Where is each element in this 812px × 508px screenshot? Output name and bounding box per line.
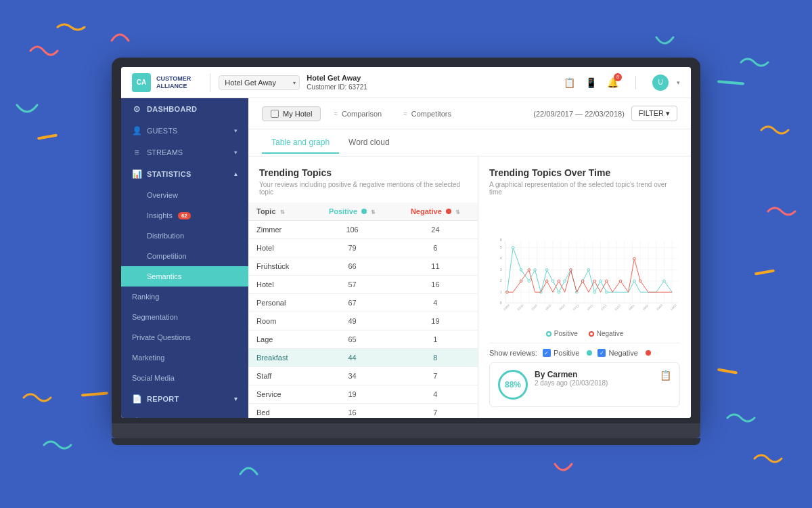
sidebar-item-overview[interactable]: Overview xyxy=(121,185,248,205)
sidebar-item-guests[interactable]: 👤 GUESTS ▾ xyxy=(121,120,248,142)
positive-cell: 67 xyxy=(311,294,392,312)
sidebar-item-label: TARGETS xyxy=(147,417,183,418)
negative-cell: 1 xyxy=(393,331,478,349)
laptop-foot xyxy=(112,438,700,445)
svg-text:30/10: 30/10 xyxy=(558,303,566,311)
negative-checkbox[interactable]: ✓ xyxy=(597,349,606,357)
svg-text:0: 0 xyxy=(500,301,502,305)
sub-tab-table-graph[interactable]: Table and graph xyxy=(262,132,339,154)
hotel-select[interactable]: Hotel Get Away xyxy=(219,75,300,90)
header-actions: 📋 📱 🔔 U ▾ xyxy=(562,75,680,91)
tab-label: Comparison xyxy=(342,110,382,118)
document-icon[interactable]: 📋 xyxy=(562,76,576,89)
svg-text:18/10: 18/10 xyxy=(545,303,552,311)
main-panels: Trending Topics Your reviews including p… xyxy=(248,156,691,418)
col-negative[interactable]: Negative ⇅ xyxy=(393,203,478,221)
sidebar-item-social-media[interactable]: Social Media xyxy=(121,368,248,388)
col-topic[interactable]: Topic ⇅ xyxy=(248,203,311,221)
notification-icon[interactable]: 🔔 xyxy=(606,76,619,89)
table-row[interactable]: Bed167 xyxy=(248,404,478,419)
positive-checkbox[interactable]: ✓ xyxy=(543,349,551,357)
sidebar-item-segmentation[interactable]: Segmentation xyxy=(121,307,248,327)
app-header: CA CUSTOMER ALLIANCE Hotel Get Away ▾ Ho… xyxy=(121,67,691,98)
sidebar: ⊙ DASHBOARD 👤 GUESTS ▾ ≡ STREAMS ▾ 📊 xyxy=(121,98,248,418)
sidebar-item-label: Semantics xyxy=(147,272,181,280)
date-filter: (22/09/2017 — 22/03/2018) FILTER ▾ xyxy=(533,106,677,121)
tab-comparison[interactable]: ≈ Comparison xyxy=(325,106,390,121)
col-positive[interactable]: Positive ⇅ xyxy=(311,203,392,221)
hotel-info: Hotel Get Away Customer ID: 63721 xyxy=(307,73,367,91)
svg-text:6: 6 xyxy=(500,238,502,242)
table-row[interactable]: Service194 xyxy=(248,385,478,404)
table-row[interactable]: Hotel796 xyxy=(248,239,478,257)
sidebar-item-report[interactable]: 📄 REPORT ▾ xyxy=(121,388,248,410)
negative-cell: 4 xyxy=(393,385,478,404)
svg-point-59 xyxy=(570,269,572,272)
sidebar-item-label: STATISTICS xyxy=(147,170,191,178)
user-avatar[interactable]: U xyxy=(652,75,669,91)
filter-button[interactable]: FILTER ▾ xyxy=(631,106,677,121)
sidebar-item-targets[interactable]: ⊙ TARGETS xyxy=(121,410,248,418)
sub-tab-label: Word cloud xyxy=(348,137,389,147)
table-panel: Trending Topics Your reviews including p… xyxy=(248,156,478,418)
table-row[interactable]: Personal674 xyxy=(248,294,478,312)
date-range-label: (22/09/2017 — 22/03/2018) xyxy=(533,110,625,118)
negative-cell: 4 xyxy=(393,294,478,312)
positive-checkbox-label[interactable]: ✓ Positive xyxy=(543,349,580,357)
positive-dot xyxy=(587,350,592,356)
streams-icon: ≡ xyxy=(132,148,141,157)
svg-text:01/12: 01/12 xyxy=(614,303,621,311)
hotel-select-wrapper[interactable]: Hotel Get Away ▾ xyxy=(219,75,300,90)
sidebar-item-streams[interactable]: ≡ STREAMS ▾ xyxy=(121,142,248,163)
sidebar-item-insights[interactable]: Insights 62 xyxy=(121,205,248,226)
svg-point-48 xyxy=(587,269,590,272)
negative-checkbox-label[interactable]: ✓ Negative xyxy=(597,349,637,357)
sidebar-item-label: Insights xyxy=(147,211,173,219)
table-row[interactable]: Lage651 xyxy=(248,331,478,349)
negative-legend-dot xyxy=(589,331,594,337)
tab-my-hotel[interactable]: My Hotel xyxy=(262,106,321,121)
sidebar-item-marketing[interactable]: Marketing xyxy=(121,347,248,368)
topic-cell: Bed xyxy=(248,404,311,419)
topic-cell: Room xyxy=(248,312,311,331)
svg-point-51 xyxy=(606,291,608,294)
table-row[interactable]: Room4919 xyxy=(248,312,478,331)
customer-id: Customer ID: 63721 xyxy=(307,83,367,91)
sidebar-item-distribution[interactable]: Distribution xyxy=(121,226,248,246)
sidebar-item-statistics[interactable]: 📊 STATISTICS ▴ xyxy=(121,163,248,185)
svg-text:23/11: 23/11 xyxy=(600,303,608,311)
svg-point-53 xyxy=(663,280,666,282)
sidebar-item-private-questions[interactable]: Private Questions xyxy=(121,327,248,347)
table-row[interactable]: Zimmer10624 xyxy=(248,221,478,239)
graph-panel: Trending Topics Over Time A graphical re… xyxy=(478,156,691,418)
legend-positive: Positive xyxy=(546,330,578,337)
positive-cell: 34 xyxy=(311,367,392,385)
table-row[interactable]: Breakfast448 xyxy=(248,349,478,367)
chart-legend: Positive Negative xyxy=(489,330,680,337)
table-row[interactable]: Staff347 xyxy=(248,367,478,385)
phone-icon[interactable]: 📱 xyxy=(584,76,597,89)
sidebar-item-label: REPORT xyxy=(147,395,179,403)
svg-point-62 xyxy=(606,280,608,282)
table-row[interactable]: Frühstück6611 xyxy=(248,257,478,276)
hotel-name: Hotel Get Away xyxy=(307,73,367,83)
svg-point-41 xyxy=(545,269,548,272)
sidebar-item-ranking[interactable]: Ranking xyxy=(121,287,248,307)
sidebar-item-semantics[interactable]: Semantics xyxy=(121,266,248,287)
tab-competitors[interactable]: ≈ Competitors xyxy=(394,106,460,121)
avatar-dropdown-arrow[interactable]: ▾ xyxy=(677,79,680,86)
sidebar-item-competition[interactable]: Competition xyxy=(121,246,248,266)
svg-point-39 xyxy=(534,269,537,272)
table-row[interactable]: Hotel5716 xyxy=(248,276,478,294)
copy-review-button[interactable]: 📋 xyxy=(660,370,671,381)
review-info: By Carmen 2 days ago (20/03/2018) xyxy=(535,370,653,387)
chart-container: 0 1 2 3 4 5 6 xyxy=(489,203,680,326)
review-date: 2 days ago (20/03/2018) xyxy=(535,379,653,387)
sidebar-item-dashboard[interactable]: ⊙ DASHBOARD xyxy=(121,98,248,120)
svg-point-55 xyxy=(520,280,522,282)
laptop-screen: CA CUSTOMER ALLIANCE Hotel Get Away ▾ Ho… xyxy=(121,67,691,418)
guests-icon: 👤 xyxy=(132,126,141,135)
sub-tab-word-cloud[interactable]: Word cloud xyxy=(339,132,399,154)
show-reviews-bar: Show reviews: ✓ Positive ✓ Negative xyxy=(489,343,680,357)
content-area: My Hotel ≈ Comparison ≈ Competitors (22/… xyxy=(248,98,691,418)
